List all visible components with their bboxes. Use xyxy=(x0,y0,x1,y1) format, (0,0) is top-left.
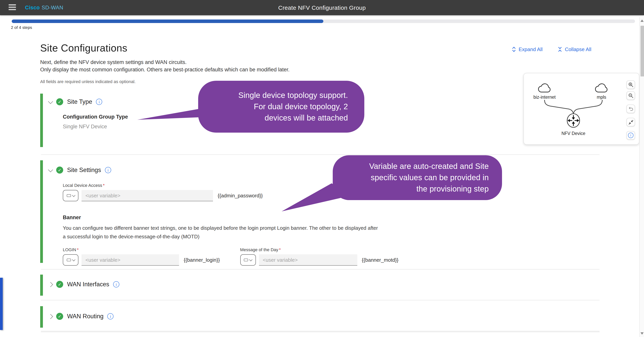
required-asterisk: * xyxy=(103,183,105,188)
login-banner-field: {{banner_login}} xyxy=(63,254,220,266)
admin-password-input[interactable] xyxy=(82,190,213,201)
section-wan-interfaces: WAN Interfaces xyxy=(40,274,469,296)
motd-label: Message of the Day* xyxy=(240,247,398,252)
chevron-down-icon[interactable] xyxy=(48,167,53,172)
nfv-device-icon xyxy=(567,114,580,127)
variable-box-icon xyxy=(66,194,71,197)
banner-login-variable: {{banner_login}} xyxy=(184,254,220,266)
banner-login-input[interactable] xyxy=(82,254,179,266)
vertical-scrollbar[interactable] xyxy=(639,17,644,337)
section-title: WAN Interfaces xyxy=(67,281,109,288)
cloud-biz-internet-icon xyxy=(538,84,550,92)
app-header: Cisco SD-WAN Create NFV Configuration Gr… xyxy=(0,0,644,15)
page-description-line2: Only display the most common configurati… xyxy=(40,66,290,73)
wizard-progress-bar xyxy=(12,20,635,23)
variable-box-icon xyxy=(244,258,248,261)
section-title: Site Settings xyxy=(67,166,101,174)
required-asterisk: * xyxy=(279,247,281,252)
status-check-icon xyxy=(56,313,63,320)
admin-password-variable: {{admin_password}} xyxy=(218,190,263,201)
hamburger-menu-icon[interactable] xyxy=(8,4,16,10)
section-divider xyxy=(41,269,600,270)
info-icon[interactable] xyxy=(96,99,102,105)
brand-sdwan: SD-WAN xyxy=(42,5,64,10)
variable-type-dropdown[interactable] xyxy=(63,190,78,201)
topology-preview-panel: biz-internet mpls NFV Device xyxy=(524,73,639,145)
scroll-up-arrow[interactable] xyxy=(640,20,644,22)
collapse-all-button[interactable]: Collapse All xyxy=(558,46,591,52)
wizard-progress-fill xyxy=(12,20,323,23)
cloud-mpls-icon xyxy=(596,84,607,92)
scroll-down-arrow[interactable] xyxy=(640,332,644,335)
topology-toolbar xyxy=(626,80,635,140)
chevron-down-icon xyxy=(72,194,75,197)
banner-motd-input[interactable] xyxy=(259,254,357,266)
chevron-down-icon[interactable] xyxy=(48,99,53,104)
expand-collapse-toolbar: Expand All Collapse All xyxy=(511,46,591,52)
collapse-all-icon xyxy=(558,46,562,52)
banner-motd-variable: {{banner_motd}} xyxy=(362,254,398,266)
annotation-callout-site-type: Single device topology support. For dual… xyxy=(198,81,364,132)
undo-button[interactable] xyxy=(626,104,635,113)
chevron-right-icon[interactable] xyxy=(48,282,53,287)
variable-type-dropdown[interactable] xyxy=(63,254,78,266)
section-wan-routing-header[interactable]: WAN Routing xyxy=(49,313,469,320)
section-wan-routing: WAN Routing xyxy=(40,306,469,328)
annotation-callout-variables: Variable are auto-created and Site speci… xyxy=(333,155,502,200)
login-banner-group: LOGIN* {{banner_login}} xyxy=(63,247,220,266)
banner-heading: Banner xyxy=(63,214,508,220)
topology-node-label: mpls xyxy=(597,95,606,100)
section-wan-interfaces-header[interactable]: WAN Interfaces xyxy=(49,281,469,288)
motd-group: Message of the Day* {{banner_motd}} xyxy=(240,247,398,266)
topology-info-button[interactable] xyxy=(626,131,635,140)
page-description-line1: Next, define the NFV device system setti… xyxy=(40,58,290,66)
section-divider xyxy=(41,300,600,300)
section-divider xyxy=(41,331,600,332)
chevron-down-icon xyxy=(249,258,252,261)
app-window: Cisco SD-WAN Create NFV Configuration Gr… xyxy=(0,0,644,337)
required-fields-note: All fields are required unless indicated… xyxy=(40,79,136,84)
callout-tail xyxy=(132,104,207,124)
topology-node-label: biz-internet xyxy=(534,95,556,100)
status-check-icon xyxy=(56,98,63,105)
status-check-icon xyxy=(56,281,63,288)
expand-all-icon xyxy=(511,46,516,52)
page-description: Next, define the NFV device system setti… xyxy=(40,58,290,73)
brand-logo: Cisco SD-WAN xyxy=(25,0,63,15)
info-icon[interactable] xyxy=(113,281,119,288)
scrollbar-thumb[interactable] xyxy=(640,26,644,76)
required-asterisk: * xyxy=(77,247,78,252)
section-divider xyxy=(41,154,600,155)
annotation-highlight-bar xyxy=(0,278,3,330)
variable-type-dropdown[interactable] xyxy=(240,254,256,266)
page-header-title: Create NFV Configuration Group xyxy=(0,4,644,11)
topology-device-label: NFV Device xyxy=(562,131,586,136)
info-icon[interactable] xyxy=(108,313,114,320)
steps-label: 2 of 4 steps xyxy=(11,25,32,30)
zoom-in-button[interactable] xyxy=(626,80,635,89)
login-label: LOGIN* xyxy=(63,247,220,252)
chevron-right-icon[interactable] xyxy=(48,314,53,319)
section-title: Site Type xyxy=(67,98,92,105)
status-check-icon xyxy=(56,166,63,174)
expand-all-button[interactable]: Expand All xyxy=(511,46,542,52)
motd-field: {{banner_motd}} xyxy=(240,254,398,266)
zoom-out-button[interactable] xyxy=(626,91,635,100)
collapse-view-button[interactable] xyxy=(626,118,635,126)
chevron-down-icon xyxy=(72,258,75,261)
section-title: WAN Routing xyxy=(67,313,104,320)
page-title: Site Configurations xyxy=(40,42,127,54)
brace-connector xyxy=(544,100,602,114)
brand-cisco: Cisco xyxy=(25,5,40,10)
info-icon[interactable] xyxy=(105,167,111,173)
variable-box-icon xyxy=(66,258,71,261)
info-icon xyxy=(628,132,634,138)
banner-description: You can configure two different banner t… xyxy=(63,224,380,241)
